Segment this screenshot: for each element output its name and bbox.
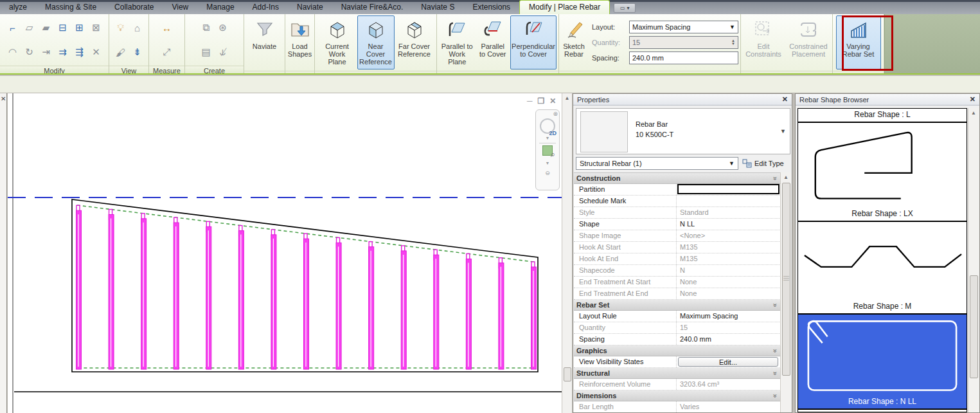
- join-geometry-icon[interactable]: ▰: [39, 20, 54, 35]
- collapse-icon[interactable]: ⊖: [545, 170, 550, 176]
- tab-naviate[interactable]: Naviate: [288, 1, 332, 14]
- offset-icon[interactable]: ⇉: [55, 44, 71, 60]
- tab-manage[interactable]: Manage: [197, 1, 243, 14]
- zoom-tool-icon[interactable]: [542, 145, 553, 156]
- naviate-button[interactable]: Naviate: [246, 15, 283, 69]
- collapse-chevron-icon[interactable]: «: [772, 394, 779, 398]
- tab-view[interactable]: View: [163, 1, 197, 14]
- close-icon[interactable]: ⊗: [553, 111, 558, 117]
- navigation-bar[interactable]: ⊗ 2D ▼ ▼ ⊖: [535, 109, 560, 190]
- property-value[interactable]: Maximum Spacing: [677, 311, 781, 322]
- linework-icon[interactable]: ⇟: [130, 44, 145, 60]
- element-filter-dropdown[interactable]: Structural Rebar (1) ▼: [576, 157, 738, 170]
- parallel-to-cover-button[interactable]: Parallel to Cover: [476, 15, 509, 69]
- collapse-chevron-icon[interactable]: «: [772, 349, 779, 353]
- chevron-down-icon[interactable]: ▼: [780, 128, 786, 134]
- create-parts-icon[interactable]: ⫝̸: [215, 44, 231, 60]
- tab-add-ins[interactable]: Add-Ins: [244, 1, 288, 14]
- canvas-vertical-scrollbar[interactable]: ▲: [562, 93, 572, 413]
- property-value[interactable]: [677, 196, 781, 206]
- spacing-input[interactable]: 240.0 mm: [629, 51, 738, 64]
- perpendicular-to-cover-button[interactable]: Perpendicular to Cover: [510, 15, 557, 69]
- close-icon[interactable]: ✕: [549, 96, 556, 106]
- spinner-arrows-icon[interactable]: ▲▼: [731, 39, 735, 46]
- close-icon[interactable]: ✕: [782, 95, 788, 104]
- property-value[interactable]: Edit...: [677, 356, 781, 367]
- scrollbar-thumb[interactable]: [564, 367, 571, 381]
- split-element-icon[interactable]: ⊟: [55, 20, 71, 35]
- create-similar-icon[interactable]: ⊛: [215, 20, 231, 35]
- section-header[interactable]: Structural«: [574, 368, 781, 379]
- ribbon-display-toggle-button[interactable]: ▭▾: [614, 3, 636, 13]
- split-gap-icon[interactable]: ⊞: [72, 20, 87, 35]
- scroll-up-icon[interactable]: ▲: [562, 93, 572, 103]
- layout-dropdown[interactable]: Maximum Spacing ▼: [629, 21, 738, 33]
- create-group-icon[interactable]: ⧉: [199, 20, 214, 35]
- steering-wheel-2d-icon[interactable]: 2D: [540, 118, 555, 134]
- restore-icon[interactable]: ❐: [538, 96, 545, 106]
- panel-label-naviate-dropdown[interactable]: ▾: [244, 71, 285, 73]
- constrained-placement-button[interactable]: Constrained Placement: [787, 15, 830, 69]
- unpin-icon[interactable]: ⊠: [89, 20, 104, 35]
- browser-scrollbar[interactable]: ▲: [968, 108, 979, 412]
- close-icon[interactable]: ✕: [970, 95, 976, 104]
- section-header[interactable]: Graphics«: [574, 345, 781, 356]
- create-assembly-icon[interactable]: ▤: [199, 44, 214, 60]
- cope-icon[interactable]: ⌐: [5, 20, 21, 35]
- varying-rebar-set-button[interactable]: Varying Rebar Set: [836, 15, 881, 69]
- displace-elements-icon[interactable]: ⌂: [130, 20, 145, 35]
- align-icon[interactable]: ⇥: [39, 44, 54, 60]
- parallel-to-work-plane-button[interactable]: Parallel to Work Plane: [439, 15, 475, 69]
- property-value[interactable]: [677, 184, 781, 195]
- quantity-stepper[interactable]: 15 ▲▼: [629, 36, 738, 49]
- type-selector[interactable]: Rebar Bar 10 K500C-T ▼: [576, 108, 790, 154]
- tab-naviate-s[interactable]: Naviate S: [412, 1, 463, 14]
- tab-modify-place-rebar[interactable]: Modify | Place Rebar: [519, 0, 610, 14]
- shape-item-lx[interactable]: Rebar Shape : LX: [798, 123, 967, 222]
- minimize-icon[interactable]: ─: [527, 96, 533, 106]
- load-shapes-button[interactable]: Load Shapes: [287, 15, 312, 69]
- collapse-chevron-icon[interactable]: «: [772, 303, 779, 307]
- scroll-up-icon[interactable]: ▲: [968, 108, 979, 118]
- panel-label-placement-orientation: Placement Orientation: [437, 71, 558, 73]
- property-value[interactable]: N LL: [677, 219, 781, 230]
- section-header[interactable]: Construction«: [574, 173, 781, 184]
- properties-scrollbar[interactable]: ▲ — — —: [780, 172, 791, 412]
- chevron-down-icon[interactable]: ▼: [546, 161, 550, 165]
- tab-extensions[interactable]: Extensions: [463, 1, 519, 14]
- chevron-down-icon[interactable]: ▼: [546, 136, 550, 140]
- rotate-icon[interactable]: ↻: [22, 44, 37, 60]
- current-work-plane-button[interactable]: Current Work Plane: [319, 15, 356, 69]
- shape-item-n-ll[interactable]: Rebar Shape : N LL: [798, 315, 967, 410]
- shape-item-m[interactable]: Rebar Shape : M: [798, 222, 967, 315]
- close-icon[interactable]: ✕: [1, 95, 6, 102]
- drawing-area[interactable]: [8, 93, 562, 413]
- property-value[interactable]: 240.0 mm: [677, 334, 781, 345]
- delete-icon[interactable]: ✕: [89, 44, 104, 60]
- measure-tape-icon[interactable]: ↔: [159, 20, 175, 35]
- tab-collaborate[interactable]: Collaborate: [105, 1, 163, 14]
- tab-massing-site[interactable]: Massing & Site: [36, 1, 105, 14]
- scroll-up-icon[interactable]: ▲: [781, 172, 791, 182]
- collapse-chevron-icon[interactable]: «: [772, 176, 779, 180]
- tab-alyze[interactable]: alyze: [0, 1, 36, 14]
- edit-button[interactable]: Edit...: [678, 357, 778, 367]
- near-cover-reference-button[interactable]: Near Cover Reference: [357, 15, 395, 69]
- mirror-icon[interactable]: ◠: [5, 44, 21, 60]
- lightbulb-icon[interactable]: 💡︎: [113, 20, 129, 35]
- aligned-dimension-icon[interactable]: ⤢: [159, 44, 175, 60]
- tab-naviate-fire-aco-[interactable]: Naviate Fire&Aco.: [332, 1, 413, 14]
- shape-item-l[interactable]: Rebar Shape : L: [798, 109, 967, 123]
- scrollbar-thumb[interactable]: [970, 275, 978, 378]
- partition-edit-field[interactable]: [677, 184, 780, 194]
- section-header[interactable]: Rebar Set«: [574, 300, 781, 311]
- cut-geometry-icon[interactable]: ▱: [22, 20, 37, 35]
- edit-constraints-button[interactable]: Edit Constraints: [743, 15, 784, 69]
- collapse-chevron-icon[interactable]: «: [772, 371, 779, 375]
- edit-type-button[interactable]: Edit Type: [741, 157, 790, 170]
- paint-brush-icon[interactable]: 🖌︎: [113, 44, 129, 60]
- sketch-rebar-button[interactable]: Sketch Rebar: [561, 15, 587, 69]
- far-cover-reference-button[interactable]: Far Cover Reference: [396, 15, 433, 69]
- section-header[interactable]: Dimensions«: [574, 390, 781, 401]
- move-icon[interactable]: ⇶: [72, 44, 87, 60]
